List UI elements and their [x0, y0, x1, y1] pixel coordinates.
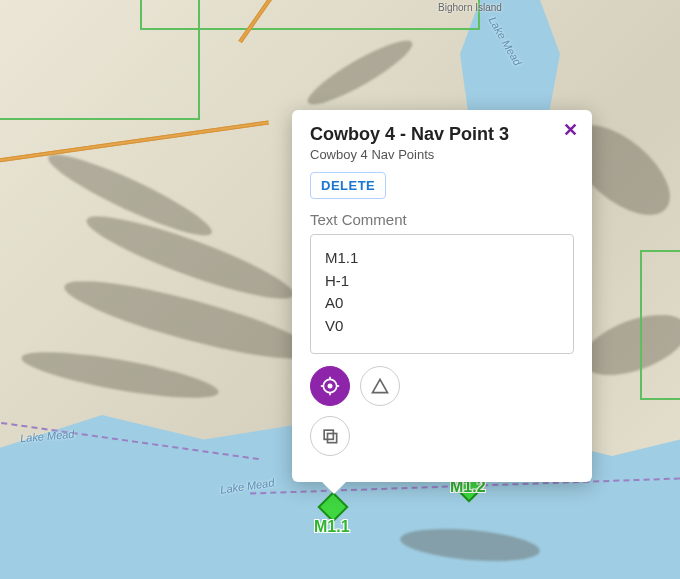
comment-textarea[interactable]: M1.1 H-1 A0 V0 [310, 234, 574, 354]
triangle-button[interactable] [360, 366, 400, 406]
close-icon: ✕ [563, 119, 578, 141]
map-label-island: Bighorn Island [438, 2, 502, 13]
tool-row-2 [310, 416, 574, 456]
terrain-ridge [19, 343, 221, 407]
delete-button[interactable]: DELETE [310, 172, 386, 199]
comment-field-label: Text Comment [310, 211, 574, 228]
svg-rect-7 [328, 434, 337, 443]
tool-row-1 [310, 366, 574, 406]
waypoint-popup: ✕ Cowboy 4 - Nav Point 3 Cowboy 4 Nav Po… [292, 110, 592, 482]
park-boundary [640, 250, 680, 400]
layers-button[interactable] [310, 416, 350, 456]
crosshair-icon [320, 376, 340, 396]
locate-button[interactable] [310, 366, 350, 406]
popup-title: Cowboy 4 - Nav Point 3 [310, 124, 574, 145]
close-button[interactable]: ✕ [558, 118, 582, 142]
layers-icon [320, 426, 340, 446]
park-boundary [140, 0, 480, 30]
svg-rect-6 [324, 430, 333, 439]
terrain-ridge [302, 32, 418, 114]
svg-point-0 [328, 384, 333, 389]
popup-subtitle: Cowboy 4 Nav Points [310, 147, 574, 162]
waypoint-label: M1.1 [314, 518, 350, 536]
road [0, 121, 269, 164]
triangle-icon [370, 376, 390, 396]
